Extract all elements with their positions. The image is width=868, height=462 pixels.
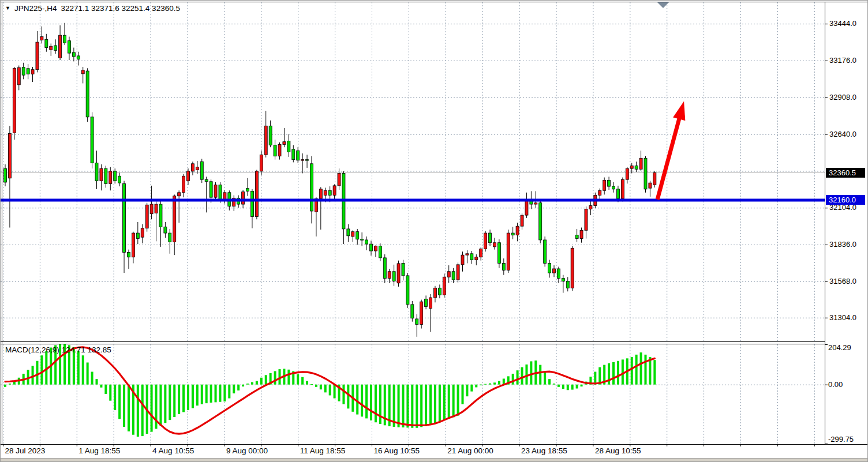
price-chart-canvas[interactable] (1, 1, 868, 462)
chart-window: ▼ JPN225-,H4 32271.1 32371.6 32251.4 323… (0, 0, 868, 462)
